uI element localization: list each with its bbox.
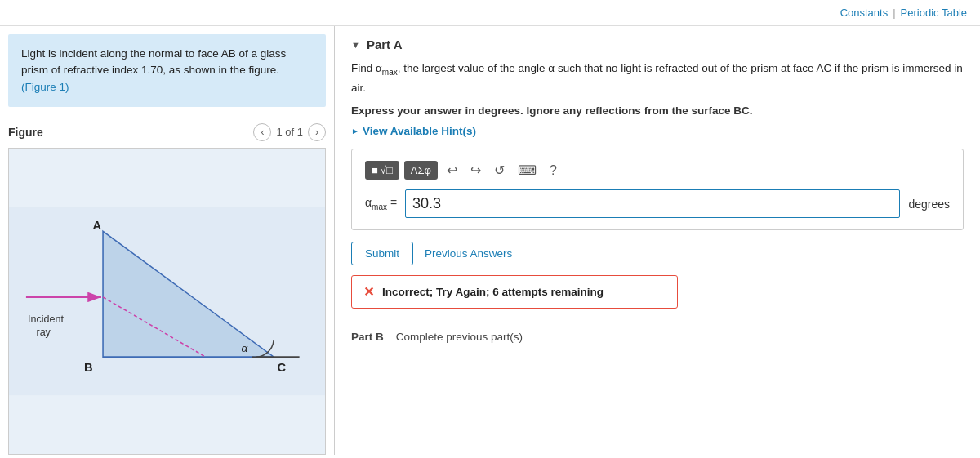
part-b: Part B Complete previous part(s) [351,322,964,343]
part-a-header: ▼ Part A [351,26,964,60]
figure-title: Figure [8,126,43,139]
greek-label: ΑΣφ [411,164,431,176]
figure-prev-button[interactable]: ‹ [253,123,271,141]
unit-label: degrees [908,198,950,211]
figure-section: Figure ‹ 1 of 1 › A B [0,115,334,455]
error-box: ✕ Incorrect; Try Again; 6 attempts remai… [351,275,678,309]
formula-button[interactable]: ■ √□ [365,161,399,180]
problem-text-content: Light is incident along the normal to fa… [21,47,286,76]
separator: | [893,7,895,19]
formula-label: √□ [381,164,393,176]
reset-button[interactable]: ↺ [490,161,509,180]
main-layout: Light is incident along the normal to fa… [0,26,980,455]
constants-link[interactable]: Constants [840,7,889,19]
answer-input[interactable] [405,189,900,218]
part-b-label: Part B [351,331,384,343]
greek-button[interactable]: ΑΣφ [404,161,438,180]
error-message: Incorrect; Try Again; 6 attempts remaini… [382,286,604,298]
redo-button[interactable]: ↪ [466,161,485,180]
hint-link-label: View Available Hint(s) [363,125,476,137]
figure-header: Figure ‹ 1 of 1 › [8,123,326,141]
svg-text:ray: ray [36,327,51,338]
top-bar: Constants | Periodic Table [0,0,980,26]
problem-statement: Light is incident along the normal to fa… [8,34,326,107]
part-a-label: Part A [367,38,403,51]
svg-text:α: α [241,342,248,354]
submit-row: Submit Previous Answers [351,242,964,265]
alpha-max-input-subscript: max [372,202,387,211]
toolbar-row: ■ √□ ΑΣφ ↩ ↪ ↺ ⌨ ? [365,161,950,180]
svg-text:A: A [93,219,102,232]
right-panel: ▼ Part A Find αmax, the largest value of… [335,26,980,455]
submit-button[interactable]: Submit [351,242,413,265]
periodic-table-link[interactable]: Periodic Table [901,7,967,19]
answer-container: ■ √□ ΑΣφ ↩ ↪ ↺ ⌨ ? αmax = degrees [351,149,964,230]
part-b-text: Complete previous part(s) [396,331,523,343]
input-label: αmax = [365,196,397,211]
part-a-chevron-icon: ▼ [351,40,360,50]
svg-text:C: C [277,361,286,374]
help-button[interactable]: ? [546,162,561,180]
question-text: Find αmax, the largest value of the angl… [351,60,964,96]
hint-triangle-icon: ► [351,127,359,136]
svg-text:Incident: Incident [28,313,64,325]
undo-button[interactable]: ↩ [443,161,461,180]
error-icon: ✕ [363,284,374,300]
figure-page-indicator: 1 of 1 [276,126,303,138]
figure-image: A B C Incident ray [8,148,326,455]
formula-icon: ■ [372,164,378,176]
previous-answers-link[interactable]: Previous Answers [425,247,512,260]
keyboard-button[interactable]: ⌨ [514,161,541,180]
hint-link[interactable]: ► View Available Hint(s) [351,125,964,137]
input-row: αmax = degrees [365,189,950,218]
left-panel: Light is incident along the normal to fa… [0,26,335,455]
figure-next-button[interactable]: › [308,123,326,141]
svg-text:B: B [84,361,93,374]
figure-link[interactable]: (Figure 1) [21,81,69,93]
bold-instruction: Express your answer in degrees. Ignore a… [351,104,964,117]
alpha-max-subscript: max [382,68,398,77]
figure-navigation: ‹ 1 of 1 › [253,123,326,141]
